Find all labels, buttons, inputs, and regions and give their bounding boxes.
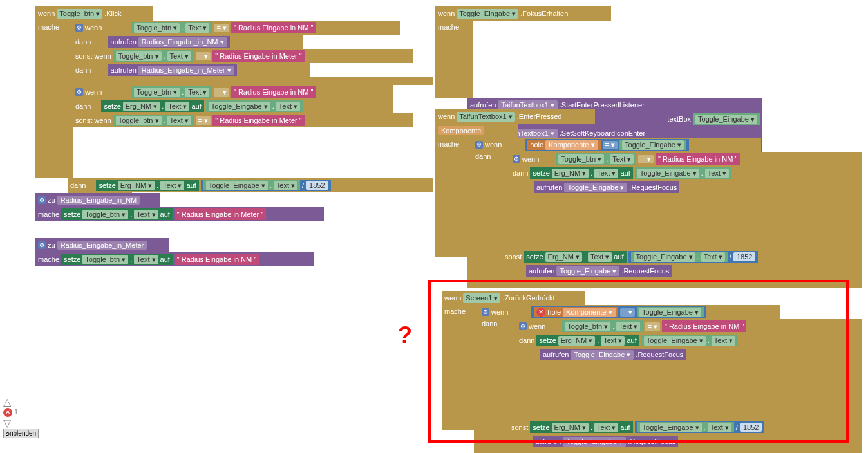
gear-icon[interactable]: ⚙ (75, 88, 83, 96)
proc-name: Radius_Eingabe_in_NM (57, 196, 140, 205)
num-1852: 1852 (306, 181, 328, 190)
kw-mache: mache (38, 23, 59, 31)
kw-wenn: wenn (38, 10, 55, 17)
error-badge-icon[interactable]: ✕ (3, 408, 12, 417)
kw-hole: hole (530, 141, 543, 149)
gear-icon[interactable]: ⚙ (513, 155, 520, 163)
comp-toggle-eingabe[interactable]: Toggle_Eingabe ▾ (209, 102, 270, 111)
block-toggle-btn-click[interactable]: wenn Toggle_btn ▾ .Klick mache ⚙ wenn To… (35, 6, 433, 205)
op-div: / (302, 181, 304, 189)
prop-text[interactable]: Text ▾ (185, 23, 209, 33)
kw-wenn: wenn (85, 24, 102, 32)
kw-dann: dann (75, 38, 91, 46)
error-count: 1 (14, 408, 18, 416)
gear-icon[interactable]: ⚙ (475, 141, 483, 149)
str-radius-meter: " Radius Eingabe in Meter " (215, 52, 301, 60)
arrow-down-icon[interactable]: ▽ (3, 417, 39, 429)
prop-enter: .EnterPressed (517, 113, 562, 120)
op-eq[interactable]: = ▾ (214, 24, 229, 32)
gear-icon[interactable]: ⚙ (38, 196, 46, 204)
comp-toggle-btn[interactable]: Toggle_btn ▾ (57, 9, 102, 19)
hide-button[interactable]: ɘnblenden (3, 429, 39, 438)
prop-req-focus: .RequestFocus (629, 183, 677, 191)
comp-komponente[interactable]: Komponente ▾ (545, 140, 598, 150)
comp-toggle-btn[interactable]: Toggle_btn ▾ (116, 51, 162, 61)
proc-name: Radius_Eingabe_in_Meter (57, 241, 147, 250)
op-eq[interactable]: = ▾ (196, 52, 211, 60)
gear-icon[interactable]: ⚙ (75, 24, 83, 32)
proc-def-radius-meter[interactable]: ⚙ zu Radius_Eingabe_in_Meter mache setze… (35, 238, 314, 266)
prop-klick: .Klick (104, 10, 121, 17)
proc-radius-meter[interactable]: Radius_Eingabe_in_Meter ▾ (138, 66, 234, 75)
comp-erg-nm[interactable]: Erg_NM ▾ (123, 102, 160, 111)
prop-start-listener: .StartEnterPressedListener (560, 101, 645, 109)
question-mark: ? (398, 322, 412, 349)
kw-dann: dann (75, 66, 91, 74)
kw-aufrufen: aufrufen (110, 38, 136, 46)
kw-sonst-wenn: sonst wenn (75, 52, 111, 60)
warnings-panel: △ ✕ 1 ▽ ɘnblenden (3, 396, 39, 437)
proc-radius-nm[interactable]: Radius_Eingabe_in_NM ▾ (138, 37, 227, 47)
komponente-label: Komponente (438, 126, 484, 135)
gear-icon[interactable]: ⚙ (38, 241, 46, 249)
arrow-up-icon[interactable]: △ (3, 396, 39, 408)
prop-text[interactable]: Text ▾ (167, 51, 191, 61)
comp-taifun[interactable]: TaifunTextbox1 ▾ (498, 100, 557, 110)
block-enter-pressed[interactable]: wenn TaifunTextbox1 ▾ .EnterPressed Komp… (435, 109, 862, 288)
dot: . (182, 24, 184, 32)
highlight-box (428, 280, 849, 443)
str-radius-nm: " Radius Eingabe in NM " (234, 24, 313, 32)
comp-toggle-btn[interactable]: Toggle_btn ▾ (134, 23, 180, 33)
proc-def-radius-nm[interactable]: ⚙ zu Radius_Eingabe_in_NM mache setze To… (35, 193, 324, 221)
prop-fokus: .FokusErhalten (520, 10, 568, 17)
